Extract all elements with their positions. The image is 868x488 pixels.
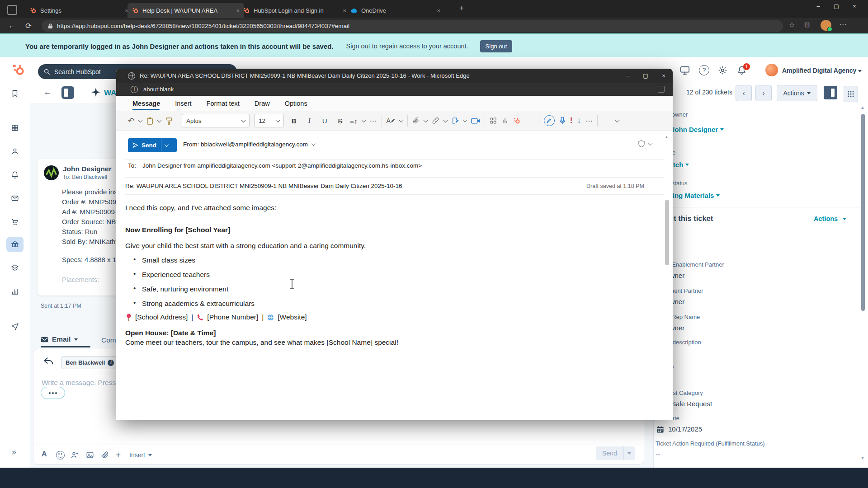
hubspot-logo[interactable] [12, 63, 25, 77]
next-ticket-button[interactable]: › [755, 85, 772, 101]
back-icon[interactable]: ← [8, 21, 16, 30]
format-painter-icon[interactable] [165, 117, 172, 125]
nav-automation[interactable] [6, 319, 24, 334]
pen-caret-icon[interactable] [399, 118, 403, 122]
high-importance-icon[interactable]: ! [570, 116, 573, 125]
reply-send-button[interactable]: Send [596, 446, 635, 460]
browser-tab-onedrive[interactable]: OneDrive × [345, 3, 445, 18]
scroll-up-icon[interactable]: ▲ [860, 105, 865, 110]
tab-actions-icon[interactable] [7, 5, 17, 15]
address-bar[interactable]: https://app.hubspot.com/help-desk/672885… [42, 20, 783, 32]
insert-dropdown[interactable]: Insert [129, 451, 152, 459]
settings-gear-icon[interactable] [718, 66, 727, 75]
nav-library[interactable] [6, 260, 24, 276]
field-value[interactable]: -- [656, 450, 660, 458]
personalize-icon[interactable] [71, 451, 79, 459]
sidebar-scrollbar-thumb[interactable] [861, 114, 865, 311]
subject-field[interactable]: Re: WAUPUN AREA SCHOOL DISTRICT MNI25090… [125, 183, 402, 189]
message-placeholder[interactable]: Write a message. Press '/' [42, 379, 123, 387]
minimize-window-icon[interactable]: – [809, 3, 827, 9]
browser-profile-avatar[interactable] [821, 20, 831, 31]
nav-apps[interactable] [6, 120, 24, 136]
nav-notifications[interactable] [6, 167, 24, 183]
tab-email[interactable]: Email [41, 335, 78, 343]
browser-tab-settings[interactable]: Settings × [25, 3, 133, 18]
undo-icon[interactable]: ↶ [128, 116, 134, 126]
browser-tab-helpdesk[interactable]: Help Desk | WAUPUN AREA SCHO × [127, 3, 244, 18]
popup-maximize-icon[interactable]: ▢ [637, 72, 655, 79]
attach-caret-icon[interactable] [423, 118, 428, 122]
to-field[interactable]: To: John Designer from amplifieddigitala… [128, 162, 422, 169]
nav-bookmarks[interactable] [6, 86, 24, 101]
paste-caret-icon[interactable] [157, 118, 162, 122]
image-icon[interactable] [86, 451, 94, 459]
devices-icon[interactable] [680, 66, 690, 75]
toolbar-collapse-icon[interactable] [615, 118, 620, 122]
favorites-star-icon[interactable]: ☆ [789, 21, 795, 29]
nav-workspace-active[interactable] [6, 237, 24, 252]
scroll-down-icon[interactable]: ▼ [860, 455, 865, 460]
help-icon[interactable]: ? [699, 65, 709, 75]
recipient-chip[interactable]: Ben Blackwell i × [61, 356, 124, 369]
popup-scroll-up-icon[interactable]: ▲ [665, 135, 669, 139]
font-family-select[interactable]: Aptos [182, 114, 250, 127]
sign-out-button[interactable]: Sign out [480, 40, 513, 52]
font-size-select[interactable]: 12 [254, 114, 284, 127]
nav-reporting[interactable] [6, 284, 24, 299]
undo-caret-icon[interactable] [138, 118, 143, 122]
popup-close-icon[interactable]: × [655, 72, 673, 79]
low-importance-icon[interactable]: ↓ [577, 116, 581, 125]
popup-title-bar[interactable]: Re: WAUPUN AREA SCHOOL DISTRICT MNI25090… [116, 69, 673, 83]
poll-chart-icon[interactable] [501, 117, 509, 124]
paste-clipboard-icon[interactable] [146, 117, 153, 125]
emoji-icon[interactable] [56, 451, 65, 460]
info-icon[interactable]: i [108, 360, 114, 366]
ticket-owner-select[interactable]: John Designer [671, 126, 724, 133]
compose-body[interactable]: I need this copy, and I've attached some… [116, 195, 673, 420]
dictate-mic-icon[interactable] [559, 117, 566, 125]
sensitivity-shield-icon[interactable] [638, 140, 645, 147]
text-format-icon[interactable]: A [42, 450, 47, 458]
previous-ticket-button[interactable]: ‹ [736, 85, 752, 101]
strikethrough-icon[interactable]: S [335, 117, 345, 125]
italic-icon[interactable]: I [304, 117, 315, 125]
apps-grid-icon[interactable] [490, 117, 497, 124]
expand-nav-icon[interactable]: » [12, 447, 16, 457]
account-avatar[interactable] [765, 64, 778, 76]
bold-icon[interactable]: B [288, 117, 299, 125]
about-actions-dropdown[interactable]: Actions [814, 215, 846, 222]
collections-icon[interactable]: ⊟ [804, 21, 810, 29]
field-value[interactable]: 10/17/2025 [668, 425, 702, 433]
underline-icon[interactable]: U [319, 117, 330, 125]
menu-format-text[interactable]: Format text [207, 100, 240, 107]
popup-send-button[interactable]: Send [128, 138, 177, 152]
text-pen-icon[interactable]: A [387, 117, 395, 124]
signature-caret-icon[interactable] [462, 118, 467, 122]
line-spacing-icon[interactable]: ≡↕ [350, 117, 357, 125]
editor-copilot-icon[interactable] [544, 115, 555, 126]
expand-thread-button[interactable] [41, 387, 65, 399]
menu-message[interactable]: Message [132, 100, 160, 107]
more-formatting-icon[interactable]: ⋯ [370, 117, 377, 125]
attach-icon[interactable] [101, 451, 109, 459]
menu-draw[interactable]: Draw [255, 100, 270, 107]
grid-view-button[interactable] [844, 86, 858, 102]
attach-file-icon[interactable] [412, 117, 420, 124]
nav-conversations[interactable] [6, 191, 24, 206]
signature-icon[interactable] [452, 117, 459, 124]
toolbar-overflow-icon[interactable]: ⋯ [585, 117, 593, 125]
collapse-list-button[interactable] [61, 86, 74, 99]
sensitivity-caret-icon[interactable] [648, 141, 653, 145]
spacing-caret-icon[interactable] [361, 118, 366, 122]
close-window-icon[interactable]: × [845, 3, 863, 9]
split-screen-icon[interactable] [658, 86, 665, 93]
video-icon[interactable] [471, 117, 480, 124]
compose-popup-window[interactable]: Re: WAUPUN AREA SCHOOL DISTRICT MNI25090… [116, 69, 673, 420]
browser-tab-login[interactable]: HubSpot Login and Sign in × [239, 3, 351, 18]
ticket-actions-button[interactable]: Actions [777, 85, 817, 101]
insert-plus-icon[interactable]: + [116, 450, 121, 460]
page-info-icon[interactable]: i [131, 86, 138, 93]
hubspot-sales-icon[interactable] [513, 117, 521, 125]
link-icon[interactable] [432, 117, 439, 124]
popup-scrollbar-thumb[interactable] [665, 200, 669, 265]
